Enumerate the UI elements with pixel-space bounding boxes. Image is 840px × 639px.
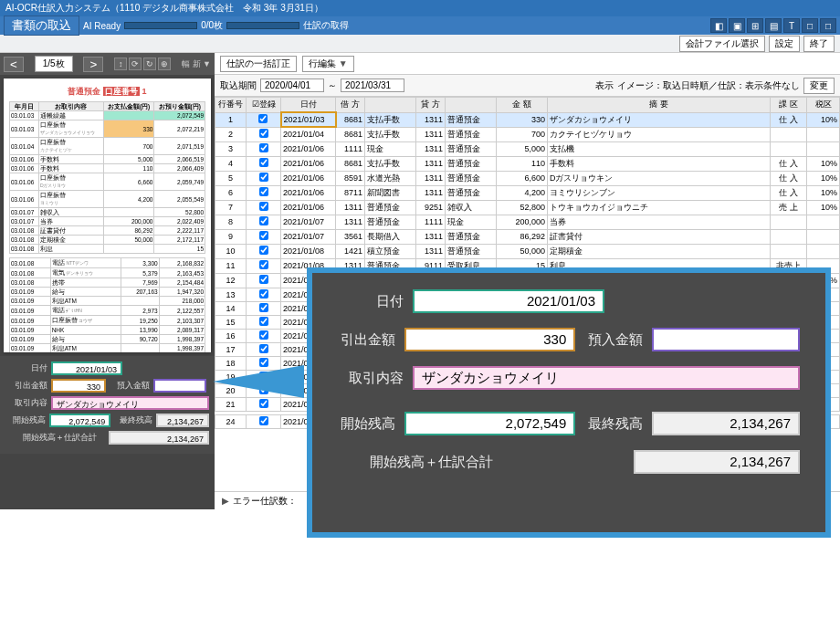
preview-row[interactable]: 03.01.06口座振替ヨミウリ4,2002,055,549 bbox=[10, 191, 205, 208]
register-checkbox[interactable] bbox=[259, 187, 268, 196]
co-deposit-field[interactable] bbox=[652, 328, 800, 351]
detail-content-label: 取引内容 bbox=[5, 397, 47, 409]
register-checkbox[interactable] bbox=[258, 114, 268, 123]
preview-row[interactable]: 03.01.09給与207,1631,947,320 bbox=[10, 288, 205, 297]
preview-row[interactable]: 03.01.09利息ATM1,998,397 bbox=[10, 344, 205, 353]
journal-row[interactable]: 62021/01/068711新聞図書1311普通預金4,200ヨミウリシンブン… bbox=[215, 185, 840, 200]
preview-row[interactable]: 03.01.09利息ATM218,000 bbox=[10, 297, 205, 306]
register-checkbox[interactable] bbox=[259, 231, 268, 240]
journal-row[interactable]: 102021/01/081421積立預金1311普通預金50,000定期積金 bbox=[215, 244, 840, 258]
detail-deposit-field[interactable] bbox=[153, 379, 206, 393]
register-checkbox[interactable] bbox=[259, 173, 268, 182]
tool-icon-3[interactable]: ⊞ bbox=[747, 18, 763, 33]
register-checkbox[interactable] bbox=[259, 246, 268, 255]
tool-icon-6[interactable]: □ bbox=[802, 18, 818, 33]
progress2-block: 仕訳の取得 bbox=[226, 19, 349, 32]
file-select-button[interactable]: 会計ファイル選択 bbox=[679, 36, 765, 52]
left-side-icons: ↕ ⟳ ↻ ⊕ bbox=[114, 58, 171, 70]
tilde: ～ bbox=[328, 79, 337, 92]
prev-page-button[interactable]: < bbox=[4, 57, 24, 72]
rotate-icon[interactable]: ⟳ bbox=[129, 58, 142, 70]
co-withdraw-field[interactable]: 330 bbox=[404, 328, 575, 351]
preview-row[interactable]: 03.01.09口座振替 コウザ19,2502,103,307 bbox=[10, 316, 205, 326]
preview-row[interactable]: 03.01.08携帯7,9692,154,484 bbox=[10, 278, 205, 288]
tool-icon-7[interactable]: □ bbox=[820, 18, 836, 33]
tool-icon-1[interactable]: ◧ bbox=[710, 18, 727, 33]
register-checkbox[interactable] bbox=[259, 129, 268, 138]
preview-row[interactable]: 03.01.08証書貸付86,2922,222,117 bbox=[10, 226, 205, 236]
preview-row[interactable]: 03.01.09電話 ﾁﾞt tHN2,9732,122,557 bbox=[10, 306, 205, 316]
register-checkbox[interactable] bbox=[259, 344, 268, 353]
preview-row[interactable]: 03.01.07雑収入52,800 bbox=[10, 208, 205, 217]
detail-end-label: 最終残高 bbox=[114, 414, 152, 426]
preview-row[interactable]: 03.01.08電気 デンキリョウ5,3792,163,453 bbox=[10, 268, 205, 278]
batch-edit-button[interactable]: 仕訳の一括訂正 bbox=[220, 56, 297, 72]
reload-icon[interactable]: ↻ bbox=[143, 58, 156, 70]
journal-col: 課 区 bbox=[771, 98, 807, 113]
register-checkbox[interactable] bbox=[259, 202, 268, 211]
register-checkbox[interactable] bbox=[259, 260, 268, 269]
preview-row[interactable]: 03.01.03口座振替ザンダカショウメイリョウ3302,072,219 bbox=[10, 120, 205, 138]
register-checkbox[interactable] bbox=[259, 158, 268, 167]
preview-row[interactable]: 03.01.08電話 NTTデンワ3,3002,168,832 bbox=[10, 258, 205, 268]
preview-row[interactable]: 03.01.03通帳繰越2,072,549 bbox=[10, 111, 205, 120]
journal-row[interactable]: 42021/01/068681支払手数1311普通預金110手数料仕 入10% bbox=[215, 156, 840, 171]
preview-row[interactable]: 03.01.09給与90,7201,998,397 bbox=[10, 335, 205, 344]
ai-ready-label: AI Ready bbox=[83, 21, 121, 31]
preview-account-title: 普通預金 bbox=[68, 87, 100, 96]
journal-row[interactable]: 82021/01/071311普通預金1111現金200,000当券 bbox=[215, 215, 840, 229]
period-from-input[interactable] bbox=[260, 79, 324, 92]
register-checkbox[interactable] bbox=[259, 216, 268, 225]
journal-row[interactable]: 32021/01/061111現金1311普通預金5,000支払機 bbox=[215, 141, 840, 156]
register-checkbox[interactable] bbox=[259, 416, 268, 425]
co-start-label: 開始残高 bbox=[338, 415, 395, 433]
register-checkbox[interactable] bbox=[259, 330, 268, 340]
register-checkbox[interactable] bbox=[259, 399, 268, 408]
co-date-field[interactable]: 2021/01/03 bbox=[413, 289, 604, 313]
register-checkbox[interactable] bbox=[259, 289, 268, 299]
detail-content-field[interactable]: ザンダカショウメイリ bbox=[51, 396, 209, 410]
preview-row[interactable]: 03.01.04口座振替カクテイヒヅケ7002,071,519 bbox=[10, 138, 205, 155]
prev-col-credit: お預り金額(円) bbox=[154, 102, 205, 111]
document-preview[interactable]: 普通預金 口座番号 1 年月日 お取引内容 お支払金額(円) お預り金額(円) … bbox=[4, 79, 211, 352]
journal-row[interactable]: 92021/01/073561長期借入1311普通預金86,292証書貸付 bbox=[215, 229, 840, 244]
preview-row[interactable]: 03.01.08定期積金50,0002,172,117 bbox=[10, 236, 205, 245]
fit-icon[interactable]: ↕ bbox=[114, 58, 127, 70]
detail-withdraw-field[interactable]: 330 bbox=[51, 379, 106, 393]
preview-row[interactable]: 03.01.09NHK13,9902,089,317 bbox=[10, 326, 205, 335]
register-checkbox[interactable] bbox=[259, 317, 268, 326]
next-page-button[interactable]: > bbox=[83, 57, 103, 72]
register-checkbox[interactable] bbox=[259, 143, 268, 152]
detail-date-field[interactable]: 2021/01/03 bbox=[51, 361, 122, 375]
row-edit-button[interactable]: 行編集 ▼ bbox=[302, 56, 354, 72]
tool-icon-4[interactable]: ▤ bbox=[765, 18, 782, 33]
tool-icon-5[interactable]: T bbox=[783, 18, 800, 33]
preview-row[interactable]: 03.01.06手数料5,0002,066,519 bbox=[10, 155, 205, 164]
journal-row[interactable]: 22021/01/048681支払手数1311普通預金700カクテイヒヅケリョウ bbox=[215, 127, 840, 141]
register-checkbox[interactable] bbox=[259, 275, 268, 284]
zoom-icon[interactable]: ⊕ bbox=[158, 58, 171, 70]
exit-button[interactable]: 終了 bbox=[803, 36, 835, 52]
journal-col: ☑登録 bbox=[247, 98, 281, 113]
preview-row[interactable]: 03.01.06手数料1102,066,409 bbox=[10, 164, 205, 173]
detail-deposit-label: 預入金額 bbox=[110, 380, 150, 392]
journal-row[interactable]: 12021/01/038681支払手数1311普通預金330ザンダカショウメイリ… bbox=[215, 112, 840, 127]
change-button[interactable]: 変更 bbox=[803, 78, 835, 94]
settings-button[interactable]: 設定 bbox=[769, 36, 800, 52]
title-bar: AI-OCR仕訳入力システム（1110 デジタル商事株式会社 令和 3年 3月3… bbox=[0, 0, 840, 16]
co-content-field[interactable]: ザンダカショウメイリ bbox=[413, 366, 800, 390]
preview-row[interactable]: 03.01.06口座振替Dガスリヨウ6,6602,059,749 bbox=[10, 173, 205, 191]
register-checkbox[interactable] bbox=[259, 303, 268, 312]
journal-row[interactable]: 52021/01/068591水道光熱1311普通預金6,600Dガスリョウキン… bbox=[215, 171, 840, 185]
tool-icon-2[interactable]: ▣ bbox=[729, 18, 745, 33]
preview-row[interactable]: 03.01.07当券200,0002,022,409 bbox=[10, 217, 205, 226]
import-docs-button[interactable]: 書類の取込 bbox=[4, 16, 79, 36]
display-value: イメージ：取込日時順／仕訳：表示条件なし bbox=[617, 79, 800, 92]
preview-row[interactable]: 03.01.08利息15 bbox=[10, 245, 205, 254]
co-sum-field: 2,134,267 bbox=[634, 450, 800, 474]
period-to-input[interactable] bbox=[341, 79, 404, 92]
progress-bar-2 bbox=[226, 22, 299, 29]
co-withdraw-label: 引出金額 bbox=[338, 331, 395, 349]
journal-row[interactable]: 72021/01/061311普通預金9251雑収入52,800トウキョウカイジ… bbox=[215, 200, 840, 215]
expand-icon[interactable]: ▶ bbox=[222, 496, 229, 506]
